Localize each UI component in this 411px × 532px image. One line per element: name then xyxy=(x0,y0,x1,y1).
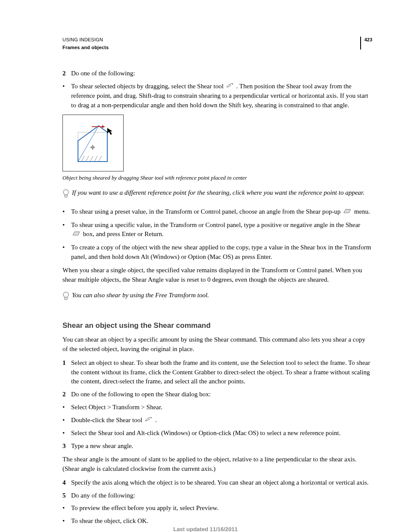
step-text: Select an object to shear. To shear both… xyxy=(71,358,372,386)
bullet-marker: • xyxy=(62,403,71,412)
bullet-double-click: • Double-click the Shear tool . xyxy=(62,416,372,425)
svg-line-13 xyxy=(99,156,102,162)
svg-marker-4 xyxy=(102,125,105,128)
bullet-create-copy: • To create a copy of the object with th… xyxy=(62,243,372,262)
bullet-specific-value: • To shear using a specific value, in th… xyxy=(62,221,372,240)
step-marker: 4 xyxy=(62,478,71,488)
step-text: Do any of the following: xyxy=(71,491,372,501)
step-marker: 2 xyxy=(62,390,71,399)
bullet-marker: • xyxy=(62,504,71,513)
svg-line-10 xyxy=(86,156,89,162)
paragraph-shear-angle: The shear angle is the amount of slant t… xyxy=(62,455,372,474)
bullet-marker: • xyxy=(62,416,71,425)
bullet-marker: • xyxy=(62,243,71,262)
bullet-body: Select Object > Transform > Shear. xyxy=(71,403,372,412)
bullet-body: Select the Shear tool and Alt-click (Win… xyxy=(71,429,372,438)
text-part-b: . xyxy=(155,417,157,423)
shear-box-icon xyxy=(72,230,81,239)
figure-shear-drag: Object being sheared by dragging Shear t… xyxy=(62,115,372,182)
figure-image xyxy=(62,115,124,171)
cmd-step-1: 1 Select an object to shear. To shear bo… xyxy=(62,358,372,386)
cmd-step-2: 2 Do one of the following to open the Sh… xyxy=(62,390,372,399)
text-part-a: Double-click the Shear tool xyxy=(71,417,144,423)
bullet-preview: • To preview the effect before you apply… xyxy=(62,504,372,513)
bullet-marker: • xyxy=(62,82,71,110)
bullet-body: To shear the object, click OK. xyxy=(71,516,372,526)
lightbulb-icon xyxy=(62,189,70,202)
text-part-a: To shear using a specific value, in the … xyxy=(71,221,360,228)
step-text: Do one of the following: xyxy=(71,69,372,78)
bullet-alt-click: • Select the Shear tool and Alt-click (W… xyxy=(62,429,372,438)
bullet-body: To shear selected objects by dragging, s… xyxy=(71,82,372,110)
svg-line-11 xyxy=(90,156,93,162)
cmd-step-5: 5 Do any of the following: xyxy=(62,491,372,501)
header-section: Frames and objects xyxy=(62,44,109,51)
page-header: USING INDESIGN Frames and objects 423 xyxy=(62,37,372,51)
tip-text: If you want to use a different reference… xyxy=(72,188,372,198)
cmd-step-3: 3 Type a new shear angle. xyxy=(62,442,372,451)
tip-text: You can also shear by using the Free Tra… xyxy=(72,291,372,300)
bullet-marker: • xyxy=(62,207,71,217)
paragraph-intro: You can shear an object by a specific am… xyxy=(62,335,372,354)
header-left: USING INDESIGN Frames and objects xyxy=(62,37,109,51)
bullet-marker: • xyxy=(62,429,71,438)
text-part-a: To shear selected objects by dragging, s… xyxy=(71,83,225,90)
svg-point-16 xyxy=(63,292,68,297)
header-doc-title: USING INDESIGN xyxy=(62,37,109,44)
step-marker: 1 xyxy=(62,358,71,386)
bullet-marker: • xyxy=(62,516,71,526)
cmd-step-4: 4 Specify the axis along which the objec… xyxy=(62,478,372,488)
text-part-a: To shear using a preset value, in the Tr… xyxy=(71,208,342,215)
bullet-marker: • xyxy=(62,221,71,240)
bullet-click-ok: • To shear the object, click OK. xyxy=(62,516,372,526)
svg-line-2 xyxy=(78,126,99,162)
step-text: Do one of the following to open the Shea… xyxy=(71,390,372,399)
shear-popup-icon xyxy=(343,207,352,217)
bullet-body: To shear using a specific value, in the … xyxy=(71,221,372,240)
paragraph-single-object: When you shear a single object, the spec… xyxy=(62,266,372,285)
step-text: Type a new shear angle. xyxy=(71,442,372,451)
shear-tool-icon xyxy=(226,81,234,91)
bullet-body: To create a copy of the object with the … xyxy=(71,243,372,262)
text-part-b: box, and press Enter or Return. xyxy=(83,230,164,237)
footer-last-updated: Last updated 11/16/2011 xyxy=(0,526,411,532)
tip-reference-point: If you want to use a different reference… xyxy=(62,188,372,202)
svg-marker-1 xyxy=(78,126,107,162)
bullet-menu-path: • Select Object > Transform > Shear. xyxy=(62,403,372,412)
step-text: Specify the axis along which the object … xyxy=(71,478,372,488)
svg-marker-5 xyxy=(107,128,112,135)
bullet-shear-by-dragging: • To shear selected objects by dragging,… xyxy=(62,82,372,110)
page-number: 423 xyxy=(360,37,372,50)
bullet-body: To shear using a preset value, in the Tr… xyxy=(71,207,372,217)
heading-shear-command: Shear an object using the Shear command xyxy=(62,320,372,331)
step-marker: 3 xyxy=(62,442,71,451)
figure-caption: Object being sheared by dragging Shear t… xyxy=(62,174,372,182)
tip-free-transform: You can also shear by using the Free Tra… xyxy=(62,291,372,304)
svg-line-12 xyxy=(94,156,97,162)
shear-tool-icon xyxy=(145,415,153,425)
svg-line-9 xyxy=(81,156,84,162)
lightbulb-icon xyxy=(62,292,70,304)
bullet-preset-value: • To shear using a preset value, in the … xyxy=(62,207,372,217)
bullet-body: To preview the effect before you apply i… xyxy=(71,504,372,513)
text-part-b: menu. xyxy=(354,208,370,215)
step-2: 2 Do one of the following: xyxy=(62,69,372,78)
bullet-body: Double-click the Shear tool . xyxy=(71,416,372,425)
step-marker: 2 xyxy=(62,69,71,78)
svg-point-14 xyxy=(63,190,68,195)
step-marker: 5 xyxy=(62,491,71,501)
